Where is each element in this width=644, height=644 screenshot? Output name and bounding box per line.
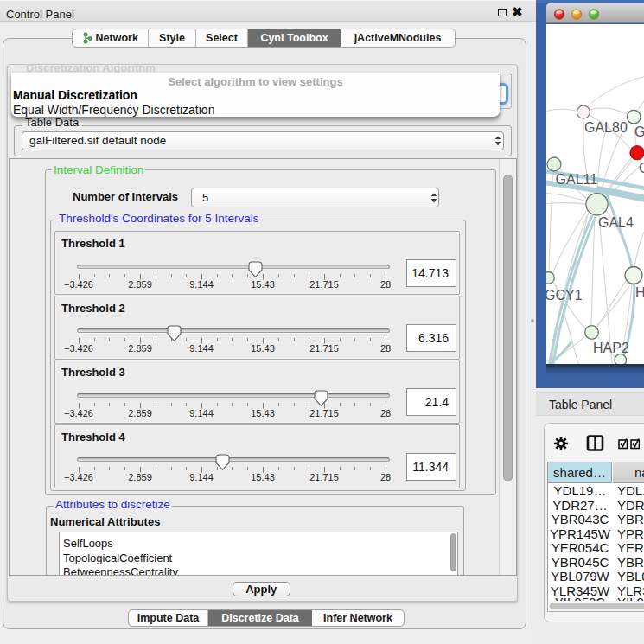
svg-text:H: H bbox=[635, 285, 644, 300]
svg-text:GA: GA bbox=[634, 124, 644, 139]
svg-text:GCY1: GCY1 bbox=[546, 288, 583, 303]
svg-text:GAL4: GAL4 bbox=[598, 215, 634, 230]
svg-text:GAL80: GAL80 bbox=[584, 120, 628, 135]
svg-text:C: C bbox=[639, 161, 644, 175]
svg-text:GAL11: GAL11 bbox=[556, 172, 598, 187]
svg-text:HAP2: HAP2 bbox=[593, 341, 629, 355]
